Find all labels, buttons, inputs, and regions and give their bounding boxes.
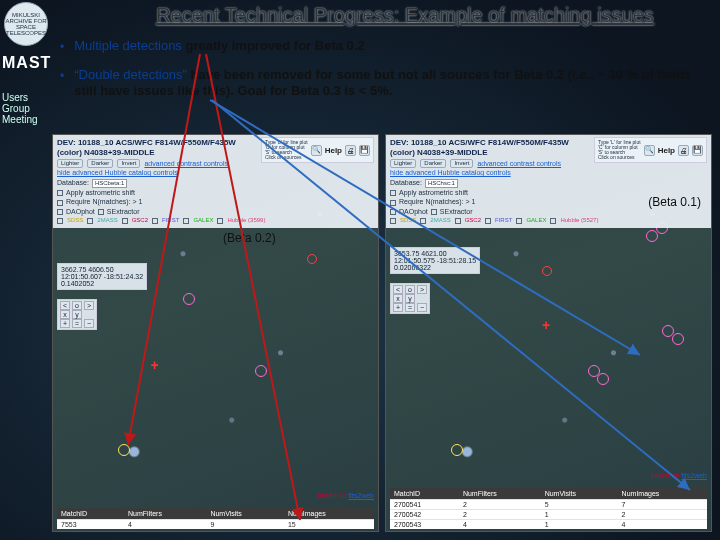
fits2web-link[interactable]: fits2web — [348, 492, 374, 499]
panel-beta02: + DEV: 10188_10 ACS/WFC F814W/F550M/F435… — [52, 134, 379, 532]
search-icon[interactable]: 🔍 — [311, 145, 322, 156]
nav-pad-b[interactable]: <o> xy +=− — [390, 283, 430, 314]
checkbox[interactable] — [183, 218, 189, 224]
source-ring — [646, 230, 658, 242]
th-numvisits: NumVisits — [206, 508, 284, 520]
bullet-dot-icon: • — [60, 38, 64, 57]
nav-y: y — [405, 294, 415, 303]
pan-right-icon[interactable]: > — [84, 301, 94, 310]
help-label[interactable]: Help — [325, 146, 342, 155]
pan-right-icon[interactable]: > — [417, 285, 427, 294]
cat-sdss: SDSS — [66, 217, 84, 224]
cat-galex: GALEX — [192, 217, 214, 224]
checkbox[interactable] — [455, 218, 461, 224]
sextractor-label: SExtractor — [107, 208, 140, 216]
beta01-label: (Beta 0.1) — [648, 195, 701, 209]
checkbox[interactable] — [57, 218, 63, 224]
sidebar-users-text: Users Group — [2, 92, 52, 114]
cat-hubble: Hubble (3599) — [226, 217, 266, 224]
table-row[interactable]: 2700541 2 5 7 — [390, 500, 707, 510]
advanced-contrast-link[interactable]: advanced contrast controls — [144, 160, 228, 168]
table-row[interactable]: 2700543 4 1 4 — [390, 520, 707, 530]
mast-logo-text: MIKULSKI ARCHIVE FOR SPACE TELESCOPES — [5, 12, 47, 36]
checkbox[interactable] — [98, 209, 104, 215]
source-ring — [597, 373, 609, 385]
save-icon[interactable]: 💾 — [359, 145, 370, 156]
database-select[interactable]: HSChsc:1 — [425, 179, 458, 188]
database-label: Database: — [57, 179, 89, 187]
darker-button[interactable]: Darker — [87, 159, 113, 168]
fits2web-link[interactable]: fits2web — [681, 472, 707, 479]
mast-label: MAST — [2, 54, 51, 72]
checkbox[interactable] — [516, 218, 522, 224]
crosshair-icon: + — [542, 317, 550, 333]
pan-center-icon[interactable]: o — [72, 301, 82, 310]
pan-center-icon[interactable]: o — [405, 285, 415, 294]
require-n-label: Require N(matches): > 1 — [66, 198, 142, 206]
invert-button[interactable]: Invert — [450, 159, 473, 168]
based-on-a: based on fits2web — [318, 492, 374, 499]
checkbox[interactable] — [390, 200, 396, 206]
checkbox[interactable] — [87, 218, 93, 224]
checkbox[interactable] — [390, 190, 396, 196]
nav-y: y — [72, 310, 82, 319]
help-corner: Type 'L' for line plot 'C' for column pl… — [594, 137, 707, 163]
cat-hubble: Hubble (5527) — [559, 217, 599, 224]
source-ring — [255, 365, 267, 377]
lighter-button[interactable]: Lighter — [57, 159, 83, 168]
checkbox[interactable] — [431, 209, 437, 215]
th-matchid: MatchID — [390, 488, 459, 500]
zoom-fit-icon[interactable]: = — [72, 319, 82, 328]
pan-left-icon[interactable]: < — [393, 285, 403, 294]
checkbox[interactable] — [390, 218, 396, 224]
darker-button[interactable]: Darker — [420, 159, 446, 168]
checkbox[interactable] — [57, 190, 63, 196]
bullet-dot-icon: • — [60, 67, 64, 86]
based-on-text: based on — [318, 492, 347, 499]
cat-gsc2: GSC2 — [131, 217, 149, 224]
save-icon[interactable]: 💾 — [692, 145, 703, 156]
source-ring — [451, 444, 463, 456]
cat-galex: GALEX — [525, 217, 547, 224]
th-numfilters: NumFilters — [459, 488, 541, 500]
checkbox[interactable] — [550, 218, 556, 224]
crosshair-icon: + — [151, 357, 159, 373]
zoom-out-icon[interactable]: − — [84, 319, 94, 328]
zoom-in-icon[interactable]: + — [60, 319, 70, 328]
checkbox[interactable] — [152, 218, 158, 224]
table-row[interactable]: 2700542 2 1 2 — [390, 510, 707, 520]
panel-beta01: + DEV: 10188_10 ACS/WFC F814W/F550M/F435… — [385, 134, 712, 532]
invert-button[interactable]: Invert — [117, 159, 140, 168]
bullet-2: • “Double detections” have been removed … — [60, 67, 708, 100]
match-table-a: MatchID NumFilters NumVisits NumImages 7… — [57, 508, 374, 529]
checkbox[interactable] — [57, 209, 63, 215]
checkbox[interactable] — [57, 200, 63, 206]
database-select[interactable]: HSCbeta:1 — [92, 179, 127, 188]
search-icon[interactable]: 🔍 — [644, 145, 655, 156]
lighter-button[interactable]: Lighter — [390, 159, 416, 168]
coord-readout-a: 3662.75 4606.50 12:01:50.607 -18:51:24.3… — [57, 263, 147, 290]
bullet-area: • Multiple detections greatly improved f… — [60, 32, 708, 110]
print-icon[interactable]: 🖨 — [345, 145, 356, 156]
nav-x: x — [393, 294, 403, 303]
zoom-fit-icon[interactable]: = — [405, 303, 415, 312]
bullet-2-text: “Double detections” have been removed fo… — [74, 67, 708, 100]
zoom-in-icon[interactable]: + — [393, 303, 403, 312]
hide-catalog-link[interactable]: hide advanced Hubble catalog controls — [57, 169, 178, 177]
table-row[interactable]: 7553 4 9 15 — [57, 520, 374, 530]
checkbox[interactable] — [390, 209, 396, 215]
print-icon[interactable]: 🖨 — [678, 145, 689, 156]
hide-catalog-link[interactable]: hide advanced Hubble catalog controls — [390, 169, 511, 177]
checkbox[interactable] — [420, 218, 426, 224]
nav-pad-a[interactable]: <o> xy +=− — [57, 299, 97, 330]
checkbox[interactable] — [217, 218, 223, 224]
cat-sdss: SDSS — [399, 217, 417, 224]
checkbox[interactable] — [485, 218, 491, 224]
pan-left-icon[interactable]: < — [60, 301, 70, 310]
slide-title: Recent Technical Progress: Example of ma… — [100, 4, 710, 28]
cat-2mass: 2MASS — [429, 217, 451, 224]
help-label[interactable]: Help — [658, 146, 675, 155]
checkbox[interactable] — [122, 218, 128, 224]
zoom-out-icon[interactable]: − — [417, 303, 427, 312]
advanced-contrast-link[interactable]: advanced contrast controls — [477, 160, 561, 168]
